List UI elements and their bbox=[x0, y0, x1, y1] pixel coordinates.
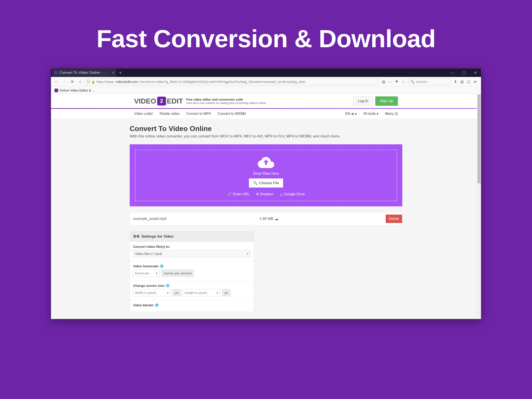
file-dropzone[interactable]: Drop Files here 🔍 Choose File 🔗 Enter UR… bbox=[130, 144, 402, 206]
scrollbar[interactable] bbox=[477, 94, 481, 319]
close-window-button[interactable]: ✕ bbox=[469, 69, 481, 77]
minimize-button[interactable]: — bbox=[446, 69, 458, 77]
choose-file-label: Choose File bbox=[259, 181, 279, 185]
tab-close-icon[interactable]: ✕ bbox=[112, 71, 114, 75]
nav-video-cutter[interactable]: Video cutter bbox=[134, 112, 153, 116]
url-domain: video2edit.com bbox=[116, 80, 138, 83]
dropbox-label: Dropbox bbox=[260, 192, 273, 196]
tag-icon[interactable]: ⚑ bbox=[394, 79, 400, 85]
logo-left: VIDEO bbox=[134, 97, 156, 105]
convert-to-select[interactable]: Video files (*.mp4) ▾ bbox=[133, 250, 250, 257]
file-size: 1.89 MB ☁ bbox=[259, 216, 386, 221]
forward-button[interactable]: → bbox=[61, 78, 68, 85]
framerate-unit: frames per second bbox=[161, 270, 194, 277]
nav-convert-webm[interactable]: Convert to WEBM bbox=[217, 112, 246, 116]
height-placeholder: Height in pixels bbox=[185, 291, 207, 295]
browser-window: Convert To Video Online - Free ✕ + — ▢ ✕… bbox=[51, 69, 481, 319]
page-subtitle: With this online video converter, you ca… bbox=[130, 134, 402, 139]
dropzone-text: Drop Files here bbox=[140, 171, 392, 176]
hamburger-icon: ☰ bbox=[395, 112, 398, 116]
reload-button[interactable]: ⟳ bbox=[69, 78, 76, 85]
framerate-placeholder: framerate bbox=[135, 271, 149, 275]
download-icon[interactable]: ⬇ bbox=[452, 79, 458, 85]
page-title: Convert To Video Online bbox=[130, 125, 402, 133]
main-content: Convert To Video Online With this online… bbox=[130, 119, 402, 318]
gdrive-icon: △ bbox=[280, 192, 283, 196]
maximize-button[interactable]: ▢ bbox=[458, 69, 469, 77]
framerate-input[interactable]: framerate ▲▼ bbox=[133, 270, 160, 277]
tagline-title: Free video editor and conversion suite bbox=[186, 98, 266, 101]
choose-file-button[interactable]: 🔍 Choose File bbox=[249, 178, 283, 188]
spinner-icon[interactable]: ▲▼ bbox=[216, 291, 218, 294]
search-icon: 🔍 bbox=[253, 181, 258, 185]
reader-mode-icon[interactable]: ▤ bbox=[380, 79, 386, 85]
cloud-upload-icon bbox=[258, 157, 274, 169]
logo-right: EDIT bbox=[167, 97, 183, 105]
language-selector[interactable]: EN ⊕ ▾ bbox=[345, 112, 357, 116]
signup-button[interactable]: Sign Up bbox=[375, 96, 398, 106]
file-row: example_small.mp4 1.89 MB ☁ Delete bbox=[130, 212, 402, 225]
sub-navigation: Video cutter Rotate video Convert to MP4… bbox=[51, 109, 481, 119]
back-button[interactable]: ← bbox=[53, 78, 60, 85]
file-size-value: 1.89 MB bbox=[259, 216, 273, 221]
tagline: Free video editor and conversion suite Y… bbox=[186, 98, 266, 105]
delete-file-button[interactable]: Delete bbox=[386, 215, 402, 223]
search-icon: 🔍 bbox=[410, 80, 415, 84]
new-tab-button[interactable]: + bbox=[116, 70, 125, 76]
caret-down-icon: ▾ bbox=[377, 112, 378, 116]
convert-to-value: Video files (*.mp4) bbox=[135, 252, 162, 256]
bookmark-star-icon[interactable]: ☆ bbox=[400, 79, 406, 85]
browser-tab[interactable]: Convert To Video Online - Free ✕ bbox=[52, 69, 116, 77]
overflow-icon[interactable]: ≫ bbox=[472, 79, 478, 85]
globe-icon: ⊕ bbox=[351, 112, 354, 116]
menu-label: Menu bbox=[385, 112, 394, 116]
logo-number-icon: 2 bbox=[157, 97, 166, 106]
screensize-label: Change screen size: bbox=[133, 284, 165, 287]
settings-header-label: Settings for Video bbox=[141, 234, 174, 239]
divider bbox=[130, 280, 253, 281]
google-drive-link[interactable]: △ Google Drive bbox=[280, 192, 304, 196]
convert-to-label: Convert video file(s) to: bbox=[133, 245, 250, 248]
nav-convert-mp4[interactable]: Convert to MP4 bbox=[186, 112, 211, 116]
info-icon[interactable]: i bbox=[166, 284, 169, 287]
info-icon[interactable]: i bbox=[160, 265, 163, 268]
all-tools-dropdown[interactable]: All tools ▾ bbox=[363, 112, 378, 116]
login-button[interactable]: Log In bbox=[353, 96, 373, 106]
menu-button[interactable]: Menu ☰ bbox=[385, 112, 398, 116]
scroll-thumb[interactable] bbox=[477, 95, 481, 183]
enter-url-label: Enter URL bbox=[233, 192, 250, 196]
height-input[interactable]: Height in pixels ▲▼ bbox=[183, 289, 220, 296]
lang-label: EN bbox=[345, 112, 350, 116]
url-input[interactable]: ⓘ 🔒 https://www.video2edit.com/convert-t… bbox=[85, 78, 379, 85]
width-unit: px bbox=[172, 289, 181, 296]
page-viewport: VIDEO 2 EDIT Free video editor and conve… bbox=[51, 94, 481, 319]
dropbox-link[interactable]: ⧉ Dropbox bbox=[256, 192, 273, 196]
height-unit: px bbox=[222, 289, 231, 296]
site-header: VIDEO 2 EDIT Free video editor and conve… bbox=[51, 94, 481, 108]
cloud-icon: ☁ bbox=[275, 216, 279, 221]
window-titlebar: Convert To Video Online - Free ✕ + — ▢ ✕ bbox=[51, 69, 481, 77]
chevron-down-icon: ▾ bbox=[247, 252, 248, 255]
width-input[interactable]: Width in pixels ▲▼ bbox=[133, 289, 171, 296]
home-button[interactable]: ⌂ bbox=[77, 78, 84, 85]
divider bbox=[130, 261, 253, 261]
link-icon: 🔗 bbox=[227, 192, 232, 196]
url-path: /convert-to-video?g_fileid=1CV6iRjgMmV3s… bbox=[139, 80, 305, 83]
search-placeholder: Suchen bbox=[416, 80, 427, 83]
bookmarks-bar: Online Video Editor & ... bbox=[51, 87, 481, 94]
search-input[interactable]: 🔍 Suchen bbox=[408, 78, 450, 85]
spinner-icon[interactable]: ▲▼ bbox=[156, 272, 158, 275]
nav-rotate-video[interactable]: Rotate video bbox=[160, 112, 180, 116]
shield-icon: ⓘ bbox=[87, 80, 90, 84]
info-icon[interactable]: i bbox=[155, 304, 158, 307]
settings-panel: ⚙⚙ Settings for Video Convert video file… bbox=[130, 231, 254, 312]
divider bbox=[130, 300, 253, 300]
bookmark-item[interactable]: Online Video Editor & ... bbox=[53, 88, 96, 93]
sidebar-icon[interactable]: ◫ bbox=[466, 79, 472, 85]
spinner-icon[interactable]: ▲▼ bbox=[167, 291, 169, 294]
enter-url-link[interactable]: 🔗 Enter URL bbox=[227, 192, 250, 196]
library-icon[interactable]: ▥ bbox=[459, 79, 465, 85]
site-logo[interactable]: VIDEO 2 EDIT Free video editor and conve… bbox=[134, 97, 266, 106]
more-icon[interactable]: ⋯ bbox=[387, 79, 393, 85]
bitrate-label: Video bitrate: bbox=[133, 303, 154, 307]
